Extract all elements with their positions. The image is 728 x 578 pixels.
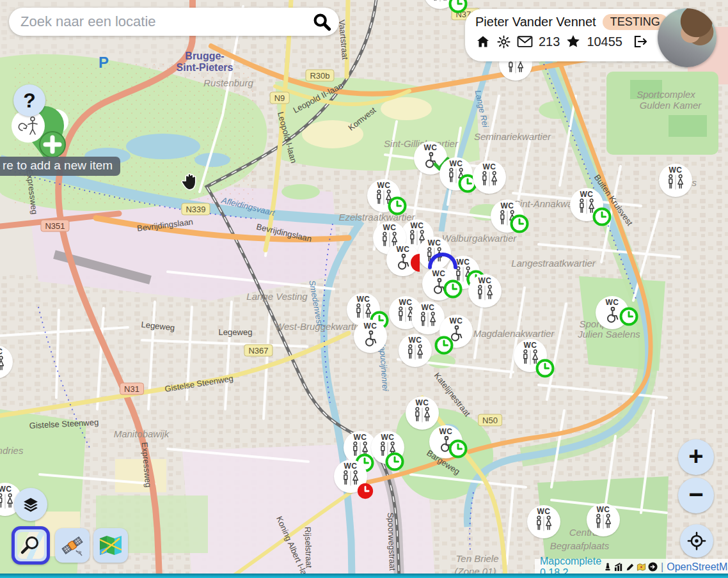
wc-marker-mf[interactable]: WC [570, 188, 603, 221]
wheelchair-icon [361, 330, 379, 348]
wc-marker-label: WC [424, 144, 438, 152]
wheelchair-icon [394, 253, 412, 271]
wc-marker-wheelchair[interactable]: WC [429, 425, 463, 458]
male-female-icon [576, 198, 597, 215]
basemap-satellite-button[interactable] [55, 528, 90, 563]
layers-button[interactable] [14, 488, 47, 521]
wc-marker-label: WC [357, 295, 370, 303]
wc-marker-mf[interactable]: WC [514, 339, 547, 372]
home-icon[interactable] [475, 34, 491, 49]
edit-pencil-icon[interactable] [626, 563, 635, 572]
wc-marker-mf[interactable]: WC [659, 164, 692, 197]
openstreetmap-link[interactable]: OpenStreetMap [667, 561, 728, 573]
wheelchair-icon [437, 435, 455, 453]
basemap-map-button[interactable] [93, 528, 128, 563]
wc-marker-mf[interactable]: WC [468, 274, 502, 308]
wc-marker-label: WC [537, 508, 551, 515]
wc-marker-mf[interactable]: WC [371, 431, 404, 464]
contributor-statue-icon[interactable] [603, 562, 612, 572]
wc-marker-label: WC [377, 182, 391, 189]
user-panel[interactable]: Pieter Vander Vennet TESTING 213 10455 [465, 9, 690, 61]
wc-marker-mf[interactable]: WC [406, 396, 439, 430]
folded-map-icon [98, 535, 123, 556]
add-item-tooltip: re to add a new item [0, 157, 120, 176]
geolocate-button[interactable] [680, 524, 713, 558]
wc-marker-label: WC [669, 166, 683, 174]
wc-marker-wheelchair[interactable]: WC [386, 243, 420, 276]
wc-marker-label: WC [580, 191, 594, 198]
wc-marker-wheelchair[interactable]: WC [439, 315, 473, 348]
wheelchair-icon [430, 277, 448, 295]
wc-marker-label: WC [399, 299, 413, 306]
wc-marker-mf[interactable]: WC [334, 460, 367, 493]
wc-marker-label: WC [597, 506, 610, 513]
wc-marker-label: WC [483, 163, 496, 171]
wc-marker-mf[interactable]: WC [399, 334, 432, 367]
logout-icon[interactable] [632, 34, 648, 49]
wc-marker-mf[interactable]: WC [418, 237, 451, 270]
wc-marker-label: WC [411, 222, 424, 230]
help-button[interactable]: ? [13, 84, 45, 116]
map-canvas[interactable] [0, 0, 728, 578]
hand-cursor-icon [180, 170, 201, 193]
wc-marker-label: WC [354, 434, 367, 441]
wc-marker-label: WC [439, 428, 453, 435]
wc-marker-label: WC [0, 485, 12, 493]
zoom-out-label: − [688, 481, 703, 507]
wc-marker-wheelchair[interactable]: WC [596, 296, 629, 329]
wc-marker-label: WC [409, 336, 422, 344]
community-link-icon[interactable] [648, 562, 658, 572]
male-female-icon [352, 303, 374, 320]
user-identity-row: Pieter Vander Vennet TESTING [475, 14, 681, 30]
help-label: ? [23, 89, 36, 113]
search-input[interactable] [9, 13, 312, 30]
wc-marker-label: WC [364, 322, 377, 330]
bottom-accent-bar [0, 574, 728, 578]
attribution-bar: Mapcomplete 0.18.2 | OpenStreetMap [535, 559, 728, 575]
wheelchair-icon [603, 306, 621, 324]
wc-marker-mf[interactable]: WC [439, 157, 473, 191]
search-icon[interactable] [312, 12, 331, 31]
male-female-icon [592, 513, 614, 530]
mapcomplete-app: Brugge-Sint-PietersRustenburgSint-Gillis… [0, 0, 728, 578]
zoom-out-button[interactable]: − [678, 478, 714, 513]
male-female-icon [404, 344, 426, 361]
settings-gear-icon[interactable] [496, 35, 511, 49]
avatar[interactable] [658, 8, 716, 67]
male-female-icon [429, 0, 451, 3]
wc-marker-mf[interactable]: WC [587, 503, 620, 536]
wc-marker-label: WC [344, 462, 358, 470]
male-female-icon [533, 515, 555, 532]
wc-marker-label: WC [432, 270, 446, 277]
testing-badge: TESTING [603, 14, 668, 30]
wc-marker-label: WC [606, 299, 619, 306]
wc-marker-label: WC [383, 224, 397, 231]
wc-marker-wheelchair[interactable]: WC [354, 320, 387, 353]
location-search-bar[interactable] [9, 8, 339, 36]
wc-marker-label: WC [450, 317, 463, 325]
user-stats-row: 213 10455 [475, 34, 681, 49]
male-female-icon [0, 355, 7, 372]
male-female-icon [340, 470, 361, 487]
wc-marker-label: WC [457, 258, 470, 266]
wc-marker-mf[interactable]: WC [491, 199, 524, 233]
stats-icon[interactable] [614, 562, 624, 572]
basemap-osm-button[interactable] [12, 526, 50, 565]
wc-marker-wheelchair[interactable]: WC [422, 267, 455, 301]
male-female-icon [0, 493, 16, 510]
star-icon [566, 34, 581, 49]
wc-marker-mf[interactable]: WC [527, 505, 560, 538]
josm-map-icon[interactable] [637, 563, 646, 572]
wc-marker-label: WC [450, 160, 463, 168]
messages-envelope-icon[interactable] [517, 35, 533, 48]
layers-icon [22, 496, 39, 513]
male-female-icon [479, 171, 500, 187]
wc-marker-mf[interactable]: WC [367, 179, 400, 212]
wc-marker-label: WC [416, 399, 429, 407]
male-female-icon [496, 210, 518, 226]
wc-marker-mf[interactable]: WC [473, 160, 506, 194]
satellite-icon [59, 533, 85, 558]
zoom-in-button[interactable]: + [678, 439, 714, 475]
male-female-icon [411, 407, 433, 423]
wc-marker-label: WC [381, 434, 395, 441]
